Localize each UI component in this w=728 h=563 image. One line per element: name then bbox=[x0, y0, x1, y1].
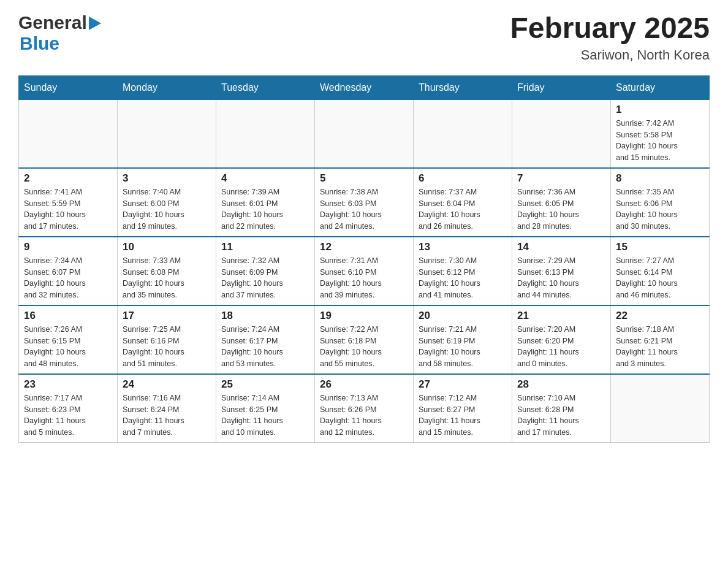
logo-general-text: General bbox=[18, 12, 87, 33]
calendar-cell-week2-day1: 3Sunrise: 7:40 AM Sunset: 6:00 PM Daylig… bbox=[118, 168, 216, 237]
logo-triangle-icon bbox=[89, 17, 101, 30]
day-info: Sunrise: 7:22 AM Sunset: 6:18 PM Dayligh… bbox=[320, 324, 408, 370]
logo: General Blue bbox=[18, 12, 101, 54]
day-info: Sunrise: 7:40 AM Sunset: 6:00 PM Dayligh… bbox=[123, 186, 211, 232]
col-saturday: Saturday bbox=[611, 75, 710, 99]
day-number: 6 bbox=[419, 172, 507, 185]
calendar-week-row-5: 23Sunrise: 7:17 AM Sunset: 6:23 PM Dayli… bbox=[19, 374, 710, 443]
day-info: Sunrise: 7:34 AM Sunset: 6:07 PM Dayligh… bbox=[24, 255, 112, 301]
day-number: 25 bbox=[221, 378, 309, 391]
calendar-cell-week2-day2: 4Sunrise: 7:39 AM Sunset: 6:01 PM Daylig… bbox=[216, 168, 315, 237]
day-info: Sunrise: 7:36 AM Sunset: 6:05 PM Dayligh… bbox=[517, 186, 605, 232]
calendar-cell-week3-day1: 10Sunrise: 7:33 AM Sunset: 6:08 PM Dayli… bbox=[118, 237, 216, 305]
day-info: Sunrise: 7:41 AM Sunset: 5:59 PM Dayligh… bbox=[24, 186, 112, 232]
day-info: Sunrise: 7:14 AM Sunset: 6:25 PM Dayligh… bbox=[221, 393, 309, 439]
day-number: 24 bbox=[123, 378, 211, 391]
calendar-cell-week4-day1: 17Sunrise: 7:25 AM Sunset: 6:16 PM Dayli… bbox=[118, 305, 216, 374]
day-number: 5 bbox=[320, 172, 408, 185]
calendar-week-row-3: 9Sunrise: 7:34 AM Sunset: 6:07 PM Daylig… bbox=[19, 237, 710, 305]
day-info: Sunrise: 7:35 AM Sunset: 6:06 PM Dayligh… bbox=[616, 186, 704, 232]
day-info: Sunrise: 7:38 AM Sunset: 6:03 PM Dayligh… bbox=[320, 186, 408, 232]
day-info: Sunrise: 7:16 AM Sunset: 6:24 PM Dayligh… bbox=[123, 393, 211, 439]
calendar-cell-week4-day3: 19Sunrise: 7:22 AM Sunset: 6:18 PM Dayli… bbox=[315, 305, 414, 374]
col-sunday: Sunday bbox=[19, 75, 118, 99]
col-wednesday: Wednesday bbox=[315, 75, 414, 99]
day-info: Sunrise: 7:20 AM Sunset: 6:20 PM Dayligh… bbox=[517, 324, 605, 370]
calendar-cell-week1-day5 bbox=[512, 99, 611, 168]
svg-marker-0 bbox=[89, 17, 101, 30]
day-info: Sunrise: 7:42 AM Sunset: 5:58 PM Dayligh… bbox=[616, 118, 704, 164]
day-number: 11 bbox=[221, 241, 309, 253]
day-number: 27 bbox=[419, 378, 507, 391]
day-info: Sunrise: 7:25 AM Sunset: 6:16 PM Dayligh… bbox=[123, 324, 211, 370]
calendar-cell-week4-day5: 21Sunrise: 7:20 AM Sunset: 6:20 PM Dayli… bbox=[512, 305, 611, 374]
day-number: 2 bbox=[24, 172, 112, 185]
day-number: 15 bbox=[616, 241, 704, 253]
day-number: 1 bbox=[616, 104, 704, 116]
day-info: Sunrise: 7:27 AM Sunset: 6:14 PM Dayligh… bbox=[616, 255, 704, 301]
day-number: 7 bbox=[517, 172, 605, 185]
day-info: Sunrise: 7:24 AM Sunset: 6:17 PM Dayligh… bbox=[221, 324, 309, 370]
day-info: Sunrise: 7:12 AM Sunset: 6:27 PM Dayligh… bbox=[419, 393, 507, 439]
logo-blue-text: Blue bbox=[20, 33, 101, 54]
day-number: 20 bbox=[419, 310, 507, 322]
calendar-cell-week3-day6: 15Sunrise: 7:27 AM Sunset: 6:14 PM Dayli… bbox=[611, 237, 710, 305]
calendar-week-row-1: 1Sunrise: 7:42 AM Sunset: 5:58 PM Daylig… bbox=[19, 99, 710, 168]
day-info: Sunrise: 7:33 AM Sunset: 6:08 PM Dayligh… bbox=[123, 255, 211, 301]
page-header: General Blue February 2025 Sariwon, Nort… bbox=[18, 12, 710, 63]
calendar-cell-week3-day4: 13Sunrise: 7:30 AM Sunset: 6:12 PM Dayli… bbox=[414, 237, 512, 305]
calendar-header-row: Sunday Monday Tuesday Wednesday Thursday… bbox=[19, 75, 710, 99]
calendar-cell-week2-day0: 2Sunrise: 7:41 AM Sunset: 5:59 PM Daylig… bbox=[19, 168, 118, 237]
calendar-cell-week2-day3: 5Sunrise: 7:38 AM Sunset: 6:03 PM Daylig… bbox=[315, 168, 414, 237]
day-number: 21 bbox=[517, 310, 605, 322]
calendar-cell-week1-day0 bbox=[19, 99, 118, 168]
calendar-cell-week3-day2: 11Sunrise: 7:32 AM Sunset: 6:09 PM Dayli… bbox=[216, 237, 315, 305]
day-number: 10 bbox=[123, 241, 211, 253]
calendar-cell-week5-day1: 24Sunrise: 7:16 AM Sunset: 6:24 PM Dayli… bbox=[118, 374, 216, 443]
calendar-cell-week5-day5: 28Sunrise: 7:10 AM Sunset: 6:28 PM Dayli… bbox=[512, 374, 611, 443]
calendar-cell-week3-day5: 14Sunrise: 7:29 AM Sunset: 6:13 PM Dayli… bbox=[512, 237, 611, 305]
location-subtitle: Sariwon, North Korea bbox=[510, 47, 710, 63]
day-info: Sunrise: 7:39 AM Sunset: 6:01 PM Dayligh… bbox=[221, 186, 309, 232]
calendar-cell-week5-day0: 23Sunrise: 7:17 AM Sunset: 6:23 PM Dayli… bbox=[19, 374, 118, 443]
day-info: Sunrise: 7:37 AM Sunset: 6:04 PM Dayligh… bbox=[419, 186, 507, 232]
calendar-cell-week1-day2 bbox=[216, 99, 315, 168]
calendar-cell-week2-day5: 7Sunrise: 7:36 AM Sunset: 6:05 PM Daylig… bbox=[512, 168, 611, 237]
day-number: 17 bbox=[123, 310, 211, 322]
calendar-cell-week2-day4: 6Sunrise: 7:37 AM Sunset: 6:04 PM Daylig… bbox=[414, 168, 512, 237]
day-number: 18 bbox=[221, 310, 309, 322]
day-number: 12 bbox=[320, 241, 408, 253]
month-title: February 2025 bbox=[510, 12, 710, 45]
col-tuesday: Tuesday bbox=[216, 75, 315, 99]
day-number: 16 bbox=[24, 310, 112, 322]
calendar-cell-week5-day4: 27Sunrise: 7:12 AM Sunset: 6:27 PM Dayli… bbox=[414, 374, 512, 443]
calendar-cell-week1-day1 bbox=[118, 99, 216, 168]
day-info: Sunrise: 7:17 AM Sunset: 6:23 PM Dayligh… bbox=[24, 393, 112, 439]
day-number: 26 bbox=[320, 378, 408, 391]
col-thursday: Thursday bbox=[414, 75, 512, 99]
day-number: 13 bbox=[419, 241, 507, 253]
day-number: 8 bbox=[616, 172, 704, 185]
calendar-cell-week5-day6 bbox=[611, 374, 710, 443]
calendar-cell-week1-day3 bbox=[315, 99, 414, 168]
calendar-cell-week3-day3: 12Sunrise: 7:31 AM Sunset: 6:10 PM Dayli… bbox=[315, 237, 414, 305]
calendar-cell-week4-day2: 18Sunrise: 7:24 AM Sunset: 6:17 PM Dayli… bbox=[216, 305, 315, 374]
day-number: 3 bbox=[123, 172, 211, 185]
calendar-cell-week5-day3: 26Sunrise: 7:13 AM Sunset: 6:26 PM Dayli… bbox=[315, 374, 414, 443]
col-monday: Monday bbox=[118, 75, 216, 99]
day-number: 28 bbox=[517, 378, 605, 391]
calendar-cell-week5-day2: 25Sunrise: 7:14 AM Sunset: 6:25 PM Dayli… bbox=[216, 374, 315, 443]
calendar-cell-week1-day6: 1Sunrise: 7:42 AM Sunset: 5:58 PM Daylig… bbox=[611, 99, 710, 168]
day-number: 14 bbox=[517, 241, 605, 253]
calendar-cell-week4-day6: 22Sunrise: 7:18 AM Sunset: 6:21 PM Dayli… bbox=[611, 305, 710, 374]
day-info: Sunrise: 7:13 AM Sunset: 6:26 PM Dayligh… bbox=[320, 393, 408, 439]
day-info: Sunrise: 7:31 AM Sunset: 6:10 PM Dayligh… bbox=[320, 255, 408, 301]
day-number: 4 bbox=[221, 172, 309, 185]
calendar-cell-week2-day6: 8Sunrise: 7:35 AM Sunset: 6:06 PM Daylig… bbox=[611, 168, 710, 237]
day-info: Sunrise: 7:30 AM Sunset: 6:12 PM Dayligh… bbox=[419, 255, 507, 301]
day-info: Sunrise: 7:29 AM Sunset: 6:13 PM Dayligh… bbox=[517, 255, 605, 301]
calendar-cell-week4-day4: 20Sunrise: 7:21 AM Sunset: 6:19 PM Dayli… bbox=[414, 305, 512, 374]
calendar-cell-week1-day4 bbox=[414, 99, 512, 168]
day-number: 9 bbox=[24, 241, 112, 253]
day-number: 22 bbox=[616, 310, 704, 322]
